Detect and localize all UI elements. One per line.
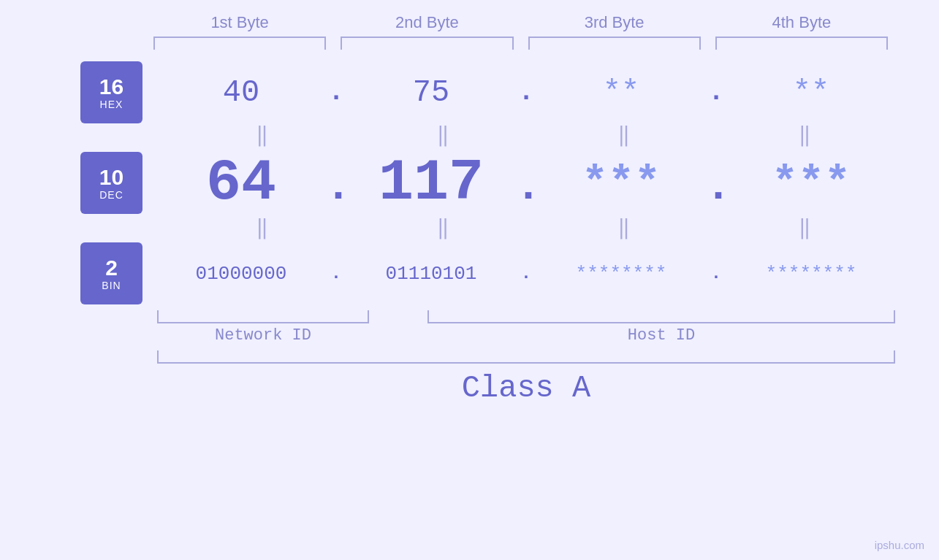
host-id-bracket	[427, 310, 895, 323]
bin-dot2: .	[515, 264, 537, 283]
bracket-byte2	[341, 37, 513, 50]
top-brackets	[44, 37, 895, 50]
equals-row-2: ‖ ‖ ‖ ‖	[44, 219, 895, 239]
id-labels-row: Network ID Host ID	[157, 326, 895, 345]
bin-b3: ********	[537, 263, 705, 285]
byte3-header: 3rd Byte	[521, 13, 708, 32]
watermark: ipshu.com	[875, 539, 924, 551]
dec-dot3: .	[705, 162, 727, 212]
bin-badge-label: BIN	[102, 280, 121, 291]
dec-row: 10 DEC 64 . 117 . *** . ***	[44, 150, 895, 216]
byte4-header: 4th Byte	[708, 13, 895, 32]
dec-b1: 64	[157, 150, 325, 216]
eq1-b2: ‖	[353, 126, 534, 147]
bin-dot1: .	[325, 264, 347, 283]
dec-badge: 10 DEC	[80, 152, 142, 214]
bin-row: 2 BIN 01000000 . 01110101 . ******** . *…	[44, 242, 895, 304]
eq1-b4: ‖	[715, 126, 896, 147]
full-bottom-bracket	[157, 350, 895, 364]
main-container: 1st Byte 2nd Byte 3rd Byte 4th Byte 16 H…	[0, 0, 939, 560]
hex-b1: 40	[157, 75, 325, 110]
hex-badge: 16 HEX	[80, 61, 142, 123]
eq2-b3: ‖	[533, 219, 715, 239]
byte-headers-row: 1st Byte 2nd Byte 3rd Byte 4th Byte	[44, 0, 895, 32]
bin-b2: 01110101	[347, 263, 515, 285]
dec-badge-number: 10	[99, 165, 123, 189]
bin-badge: 2 BIN	[80, 242, 142, 304]
dec-dot1: .	[325, 162, 347, 212]
hex-b2: 75	[347, 75, 515, 110]
bin-b4: ********	[727, 263, 895, 285]
dec-badge-label: DEC	[99, 189, 123, 201]
equals-row-1: ‖ ‖ ‖ ‖	[44, 126, 895, 147]
hex-dot3: .	[705, 77, 727, 107]
eq2-b2: ‖	[353, 219, 534, 239]
bracket-byte4	[715, 37, 888, 50]
bin-b1: 01000000	[157, 263, 325, 285]
eq1-b3: ‖	[533, 126, 715, 147]
eq2-b4: ‖	[715, 219, 896, 239]
host-id-label: Host ID	[427, 326, 895, 345]
dec-b4: ***	[727, 158, 895, 208]
network-id-bracket	[157, 310, 369, 323]
dec-b2: 117	[347, 150, 515, 216]
bracket-byte1	[153, 37, 326, 50]
hex-b3: **	[537, 75, 705, 110]
bin-badge-number: 2	[105, 256, 118, 280]
bin-values: 01000000 . 01110101 . ******** . *******…	[142, 263, 895, 285]
hex-dot1: .	[325, 77, 347, 107]
hex-values: 40 . 75 . ** . **	[142, 75, 895, 110]
dec-values: 64 . 117 . *** . ***	[142, 150, 895, 216]
hex-b4: **	[727, 75, 895, 110]
hex-badge-number: 16	[99, 74, 123, 99]
bin-dot3: .	[705, 264, 727, 283]
byte2-header: 2nd Byte	[333, 13, 520, 32]
dec-dot2: .	[515, 162, 537, 212]
bottom-brackets-container	[157, 310, 895, 323]
eq1-b1: ‖	[172, 126, 353, 147]
bracket-byte3	[528, 37, 701, 50]
network-id-label: Network ID	[157, 326, 369, 345]
hex-row: 16 HEX 40 . 75 . ** . **	[44, 61, 895, 123]
dec-b3: ***	[537, 158, 705, 208]
eq2-b1: ‖	[172, 219, 353, 239]
hex-dot2: .	[515, 77, 537, 107]
byte1-header: 1st Byte	[146, 13, 333, 32]
class-label: Class A	[44, 371, 895, 406]
hex-badge-label: HEX	[100, 99, 123, 110]
